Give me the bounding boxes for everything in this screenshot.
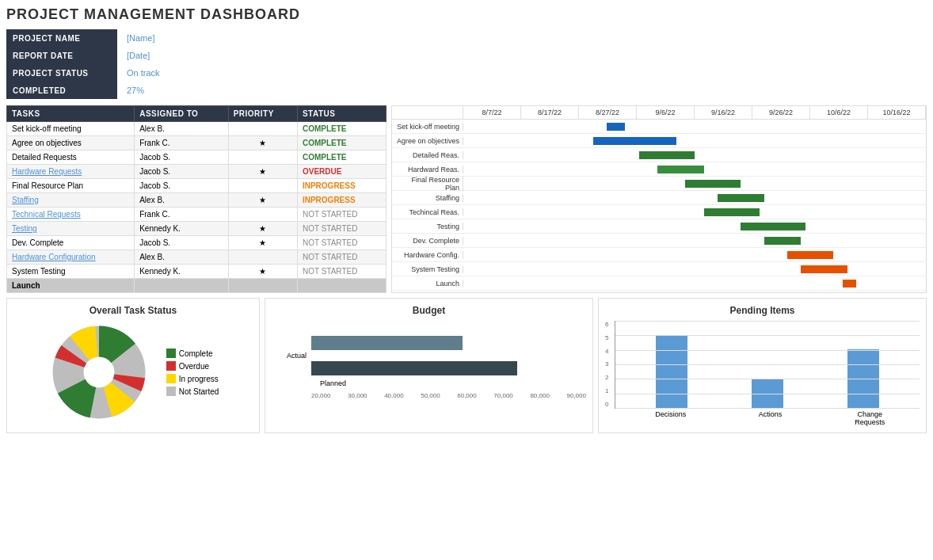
task-name: Detailed Requests xyxy=(7,150,135,165)
table-row: Dev. CompleteJacob S.★NOT STARTED xyxy=(7,236,387,250)
task-name: Launch xyxy=(7,279,135,293)
task-status: COMPLETE xyxy=(297,136,386,150)
gantt-date-header: 9/26/22 xyxy=(752,106,810,119)
gantt-bar xyxy=(718,194,764,202)
task-status: NOT STARTED xyxy=(297,222,386,236)
legend-label: In progress xyxy=(179,375,219,383)
gantt-row: Dev. Complete xyxy=(392,234,926,248)
task-status: NOT STARTED xyxy=(297,208,386,222)
pending-chart-title: Pending Items xyxy=(605,305,920,316)
pie-chart-title: Overall Task Status xyxy=(13,305,253,316)
task-assigned: Jacob S. xyxy=(135,179,229,193)
tasks-table: TASKS ASSIGNED TO PRIORITY STATUS Set ki… xyxy=(6,105,387,293)
pending-chart-box: Pending Items 6543210 DecisionsActionsCh… xyxy=(598,298,927,433)
task-assigned: Alex B. xyxy=(135,250,229,265)
gantt-row-label: System Testing xyxy=(392,265,463,273)
task-priority xyxy=(228,208,297,222)
planned-bar xyxy=(311,361,517,375)
gantt-date-header: 8/17/22 xyxy=(521,106,579,119)
task-priority: ★ xyxy=(228,165,297,179)
gantt-row-label: Launch xyxy=(392,280,463,288)
pending-x-label: ChangeRequests xyxy=(820,410,920,426)
gantt-row-label: Techincal Reas. xyxy=(392,208,463,216)
gantt-row-label: Staffing xyxy=(392,194,463,202)
task-name[interactable]: Staffing xyxy=(7,193,135,208)
task-status xyxy=(297,279,386,293)
task-name: System Testing xyxy=(7,265,135,279)
gantt-row-label: Set kick-off meeting xyxy=(392,123,463,131)
legend-item: Overdue xyxy=(166,361,219,371)
pending-y-label: 3 xyxy=(605,360,608,368)
task-priority: ★ xyxy=(228,222,297,236)
task-name[interactable]: Testing xyxy=(7,222,135,236)
task-status: OVERDUE xyxy=(297,165,386,179)
budget-x-label: 40,000 xyxy=(384,392,403,399)
task-name[interactable]: Hardware Configuration xyxy=(7,250,135,265)
task-priority: ★ xyxy=(228,265,297,279)
task-priority xyxy=(228,150,297,165)
gantt-bar xyxy=(639,151,695,159)
project-name-label: PROJECT NAME xyxy=(6,29,117,47)
budget-x-label: 30,000 xyxy=(348,392,367,399)
task-priority: ★ xyxy=(228,236,297,250)
col-tasks: TASKS xyxy=(7,106,135,122)
info-table: PROJECT NAME [Name] REPORT DATE [Date] P… xyxy=(6,29,228,99)
task-assigned: Jacob S. xyxy=(135,150,229,165)
pie-chart-svg xyxy=(48,321,150,424)
gantt-row-label: Final Resource Plan xyxy=(392,176,463,192)
table-row: Set kick-off meetingAlex B.COMPLETE xyxy=(7,122,387,136)
task-status: NOT STARTED xyxy=(297,265,386,279)
legend-label: Not Started xyxy=(179,387,219,396)
gantt-row: Launch xyxy=(392,276,926,291)
pie-container: CompleteOverdueIn progressNot Started xyxy=(13,321,253,424)
pending-y-label: 0 xyxy=(605,401,608,408)
table-row: TestingKennedy K.★NOT STARTED xyxy=(7,222,387,236)
task-priority xyxy=(228,122,297,136)
page-title: PROJECT MANAGEMENT DASHBOARD xyxy=(6,6,927,23)
completed-value: 27% xyxy=(117,82,228,99)
task-name[interactable]: Hardware Requests xyxy=(7,165,135,179)
project-status-label: PROJECT STATUS xyxy=(6,64,117,82)
gantt-row: System Testing xyxy=(392,262,926,276)
gantt-date-header: 9/16/22 xyxy=(695,106,752,119)
pending-x-label: Actions xyxy=(721,410,821,426)
gantt-bar xyxy=(764,237,802,245)
gantt-chart: 8/7/228/17/228/27/229/6/229/16/229/26/22… xyxy=(391,105,927,293)
table-row: Hardware RequestsJacob S.★OVERDUE xyxy=(7,165,387,179)
legend-item: Complete xyxy=(166,349,219,358)
table-row: Detailed RequestsJacob S.COMPLETE xyxy=(7,150,387,165)
budget-x-labels: 20,00030,00040,00050,00060,00070,00080,0… xyxy=(272,390,586,399)
task-status: COMPLETE xyxy=(297,122,386,136)
budget-x-label: 70,000 xyxy=(493,392,512,399)
task-name: Agree on objectives xyxy=(7,136,135,150)
gantt-row-label: Hardware Config. xyxy=(392,251,463,259)
task-assigned: Alex B. xyxy=(135,122,229,136)
gantt-row: Final Resource Plan xyxy=(392,177,926,191)
report-date-label: REPORT DATE xyxy=(6,47,117,64)
gantt-bar xyxy=(787,251,833,259)
task-name[interactable]: Technical Requests xyxy=(7,208,135,222)
task-priority xyxy=(228,279,297,293)
main-content: TASKS ASSIGNED TO PRIORITY STATUS Set ki… xyxy=(6,105,927,293)
gantt-date-header: 10/6/22 xyxy=(810,106,868,119)
task-priority: ★ xyxy=(228,136,297,150)
col-status: STATUS xyxy=(297,106,386,122)
col-priority: PRIORITY xyxy=(228,106,297,122)
gantt-date-header: 9/6/22 xyxy=(637,106,695,119)
table-row: Launch xyxy=(7,279,387,293)
gantt-row: Detailed Reas. xyxy=(392,148,926,162)
pending-y-label: 2 xyxy=(605,374,608,381)
task-name: Dev. Complete xyxy=(7,236,135,250)
budget-x-label: 50,000 xyxy=(421,392,440,399)
budget-x-label: 80,000 xyxy=(530,392,549,399)
gantt-bar xyxy=(607,123,625,131)
task-status: NOT STARTED xyxy=(297,236,386,250)
task-status: NOT STARTED xyxy=(297,250,386,265)
gantt-row-label: Hardward Reas. xyxy=(392,166,463,173)
task-name: Final Resource Plan xyxy=(7,179,135,193)
task-assigned xyxy=(135,279,229,293)
task-assigned: Frank C. xyxy=(135,208,229,222)
gantt-bar xyxy=(741,223,805,230)
gantt-row: Hardware Config. xyxy=(392,248,926,262)
gantt-row-label: Dev. Complete xyxy=(392,237,463,245)
